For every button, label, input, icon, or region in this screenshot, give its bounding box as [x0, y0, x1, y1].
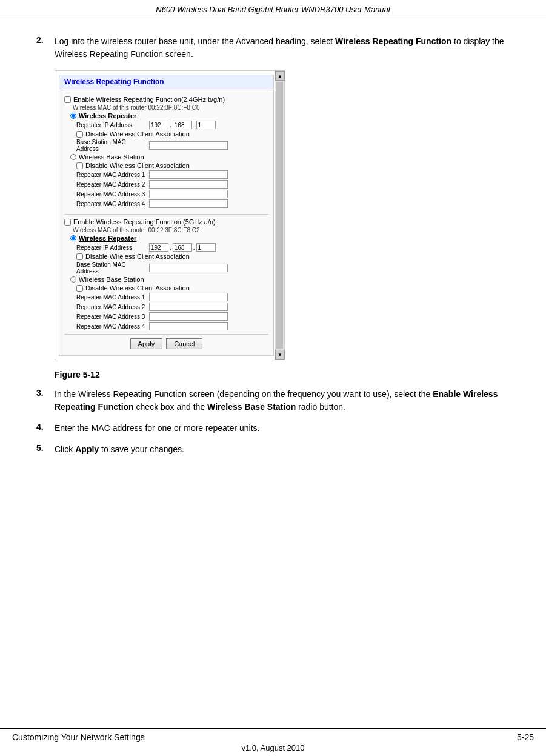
repeater-mac4-input-24ghz[interactable] — [149, 199, 228, 208]
base-station-settings-24ghz: Disable Wireless Client Association Repe… — [76, 162, 268, 208]
base-station-settings-5ghz: Disable Wireless Client Association Repe… — [76, 284, 268, 330]
repeater-ip-inputs-24ghz: . . — [149, 121, 216, 129]
footer-center: v1.0, August 2010 — [12, 743, 534, 752]
base-station-mac-input-24ghz[interactable] — [149, 141, 228, 150]
figure-button-row: Apply Cancel — [64, 334, 268, 353]
repeater-ip-inputs-5ghz: . . — [149, 243, 216, 252]
radio-repeater-5ghz-input[interactable] — [70, 235, 76, 241]
figure-container: Wireless Repeating Function Enable Wirel… — [55, 70, 285, 360]
base-station-mac-label-24ghz: Base Station MAC Address — [76, 139, 149, 152]
step-2-text-before: Log into the wireless router base unit, … — [55, 36, 335, 46]
repeater-ip-label-24ghz: Repeater IP Address — [76, 122, 149, 129]
radio-repeater-24ghz-input[interactable] — [70, 113, 76, 119]
page-footer: Customizing Your Network Settings 5-25 v… — [0, 728, 546, 756]
repeater-mac2-input-5ghz[interactable] — [149, 303, 228, 311]
step-3: 3. In the Wireless Repeating Function sc… — [36, 388, 510, 413]
repeater-mac3-input-24ghz[interactable] — [149, 190, 228, 198]
page-header: N600 Wireless Dual Band Gigabit Router W… — [0, 0, 546, 19]
base-station-mac-row-24ghz: Base Station MAC Address — [76, 139, 268, 152]
repeater-mac3-input-5ghz[interactable] — [149, 312, 228, 321]
header-title: N600 Wireless Dual Band Gigabit Router W… — [156, 5, 390, 14]
step-3-text-after: radio button. — [296, 402, 345, 412]
radio-repeater-24ghz-label: Wireless Repeater — [79, 112, 136, 119]
base-station-mac-row-5ghz: Base Station MAC Address — [76, 261, 268, 275]
radio-base-station-5ghz: Wireless Base Station — [70, 276, 268, 283]
base-station-mac-label-5ghz: Base Station MAC Address — [76, 261, 149, 275]
repeater-settings-24ghz: Repeater IP Address . . — [76, 121, 268, 152]
radio-base-station-24ghz-input[interactable] — [70, 154, 76, 160]
step-5-text-before: Click — [55, 444, 75, 454]
disable-client-5ghz-checkbox[interactable] — [76, 253, 83, 260]
section-5ghz: Enable Wireless Repeating Function (5GHz… — [64, 214, 268, 334]
ip-octet3-5ghz[interactable] — [196, 243, 216, 252]
wrf-title: Wireless Repeating Function — [59, 75, 273, 89]
cancel-button[interactable]: Cancel — [166, 338, 202, 349]
disable-client-24ghz-row: Disable Wireless Client Association — [76, 130, 268, 138]
enable-24ghz-checkbox[interactable] — [64, 96, 71, 103]
radio-base-station-24ghz: Wireless Base Station — [70, 153, 268, 161]
disable-client-5ghz-label: Disable Wireless Client Association — [85, 253, 190, 260]
repeater-mac2-row-5ghz: Repeater MAC Address 2 — [76, 303, 268, 311]
step-3-bold2: Wireless Base Station — [207, 402, 296, 412]
step-2-number: 2. — [36, 35, 55, 61]
repeater-mac3-label-5ghz: Repeater MAC Address 3 — [76, 313, 149, 320]
ip-octet3-24ghz[interactable] — [196, 121, 216, 129]
repeater-mac1-row-24ghz: Repeater MAC Address 1 — [76, 170, 268, 179]
repeater-mac4-input-5ghz[interactable] — [149, 322, 228, 330]
radio-base-station-5ghz-input[interactable] — [70, 276, 76, 283]
disable-client-5ghz-row: Disable Wireless Client Association — [76, 253, 268, 260]
step-3-text-middle: check box and the — [134, 402, 207, 412]
step-2-text: Log into the wireless router base unit, … — [55, 35, 510, 61]
disable-client-24ghz-label: Disable Wireless Client Association — [85, 130, 190, 138]
radio-base-station-5ghz-label: Wireless Base Station — [79, 276, 144, 283]
step-2-bold1: Wireless Repeating Function — [335, 36, 451, 46]
disable-client-bs-5ghz-checkbox[interactable] — [76, 285, 83, 292]
enable-5ghz-checkbox[interactable] — [64, 219, 71, 226]
disable-client-bs-5ghz-label: Disable Wireless Client Association — [85, 284, 190, 292]
ip-octet2-24ghz[interactable] — [173, 121, 192, 129]
repeater-mac2-input-24ghz[interactable] — [149, 180, 228, 189]
step-3-text: In the Wireless Repeating Function scree… — [55, 388, 510, 413]
repeater-ip-row-5ghz: Repeater IP Address . . — [76, 243, 268, 252]
repeater-mac1-input-5ghz[interactable] — [149, 293, 228, 301]
step-5-text-after: to save your changes. — [99, 444, 184, 454]
enable-5ghz-label: Enable Wireless Repeating Function (5GHz… — [73, 218, 216, 226]
step-5-text: Click Apply to save your changes. — [55, 443, 184, 456]
scroll-thumb[interactable] — [276, 82, 283, 349]
base-station-mac-input-5ghz[interactable] — [149, 264, 228, 272]
step-5: 5. Click Apply to save your changes. — [36, 443, 510, 456]
step-5-bold1: Apply — [75, 444, 99, 454]
step-2: 2. Log into the wireless router base uni… — [36, 35, 510, 61]
repeater-ip-label-5ghz: Repeater IP Address — [76, 244, 149, 251]
footer-right: 5-25 — [517, 732, 534, 742]
repeater-mac3-row-24ghz: Repeater MAC Address 3 — [76, 190, 268, 198]
enable-5ghz-row: Enable Wireless Repeating Function (5GHz… — [64, 218, 268, 226]
repeater-mac4-row-5ghz: Repeater MAC Address 4 — [76, 322, 268, 330]
ip-octet1-5ghz[interactable] — [149, 243, 168, 252]
repeater-mac3-label-24ghz: Repeater MAC Address 3 — [76, 191, 149, 198]
scrollbar[interactable]: ▲ ▼ — [275, 71, 284, 360]
enable-24ghz-label: Enable Wireless Repeating Function(2.4GH… — [73, 96, 225, 103]
disable-client-bs-24ghz-checkbox[interactable] — [76, 162, 83, 169]
radio-repeater-5ghz-label: Wireless Repeater — [79, 235, 136, 242]
repeater-mac4-row-24ghz: Repeater MAC Address 4 — [76, 199, 268, 208]
figure-label: Figure 5-12 — [55, 370, 510, 380]
repeater-mac2-label-5ghz: Repeater MAC Address 2 — [76, 304, 149, 310]
mac-info-5ghz: Wireless MAC of this router 00:22:3F:8C:… — [73, 227, 268, 233]
repeater-mac2-row-24ghz: Repeater MAC Address 2 — [76, 180, 268, 189]
apply-button[interactable]: Apply — [130, 338, 163, 349]
scroll-down[interactable]: ▼ — [275, 350, 285, 360]
repeater-settings-5ghz: Repeater IP Address . . — [76, 243, 268, 275]
radio-base-station-24ghz-label: Wireless Base Station — [79, 153, 144, 161]
repeater-mac1-input-24ghz[interactable] — [149, 170, 228, 179]
disable-client-24ghz-checkbox[interactable] — [76, 131, 83, 138]
section-24ghz: Enable Wireless Repeating Function(2.4GH… — [64, 92, 268, 212]
repeater-mac2-label-24ghz: Repeater MAC Address 2 — [76, 181, 149, 188]
mac-info-24ghz: Wireless MAC of this router 00:22:3F:8C:… — [73, 104, 268, 111]
ip-octet2-5ghz[interactable] — [173, 243, 192, 252]
radio-repeater-24ghz: Wireless Repeater — [70, 112, 268, 119]
scroll-up[interactable]: ▲ — [275, 71, 285, 81]
repeater-mac4-label-24ghz: Repeater MAC Address 4 — [76, 201, 149, 207]
repeater-mac1-row-5ghz: Repeater MAC Address 1 — [76, 293, 268, 301]
ip-octet1-24ghz[interactable] — [149, 121, 168, 129]
